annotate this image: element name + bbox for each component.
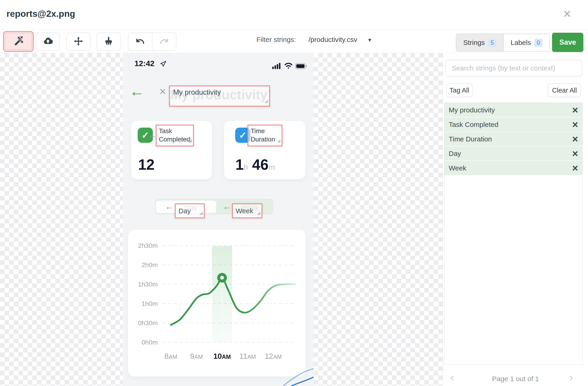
move-icon [73, 36, 84, 47]
magic-tag-tool-inner-border [5, 33, 32, 50]
productivity-line-chart: 2h30m2h0m1h30m1h0m0h30m0h0m8AM9AM10AM11A… [128, 230, 306, 377]
battery-icon [295, 63, 307, 70]
strings-labels-tabs: Strings 5 Labels 0 [456, 34, 550, 52]
pagination-text: Page 1 out of 1 [443, 375, 588, 383]
filter-strings-label: Filter strings: [256, 36, 296, 43]
resize-handle-icon[interactable] [257, 209, 261, 217]
toolbar: Filter strings: /productivity.csv ▼ Stri… [0, 30, 588, 53]
hours-value: 1 [235, 156, 244, 173]
screenshot-editor-window: reports@2x.png × [0, 0, 588, 386]
clear-all-button[interactable]: Clear All [548, 83, 581, 97]
tab-strings[interactable]: Strings 5 [456, 34, 504, 51]
tag-text: Week [236, 207, 253, 215]
remove-string-icon[interactable]: × [572, 149, 578, 159]
tab-strings-label: Strings [463, 39, 485, 47]
search-input[interactable] [445, 60, 582, 77]
undo-button[interactable] [128, 33, 152, 50]
string-tag-task-completed[interactable]: Task Completed [156, 125, 194, 146]
x-axis-tick: 9AM [190, 352, 203, 360]
string-list-item[interactable]: Day× [444, 146, 582, 160]
canvas-area: 12:42 [0, 53, 588, 386]
strings-count-badge: 5 [488, 39, 496, 47]
y-axis-tick: 0h0m [142, 339, 158, 346]
chevron-down-icon[interactable]: ▼ [367, 37, 372, 43]
brush-icon [104, 36, 114, 47]
x-axis-tick: 12AM [265, 352, 282, 360]
x-axis-tick: 8AM [164, 352, 177, 360]
y-axis-tick: 0h30m [138, 319, 158, 327]
string-text: Day [449, 150, 461, 157]
string-text: Task Completed [449, 121, 498, 129]
wifi-icon [284, 63, 293, 70]
tasks-completed-value: 12 [138, 156, 154, 173]
redo-button[interactable] [152, 33, 176, 50]
y-axis-tick: 2h0m [142, 261, 158, 269]
bottom-chart-decoration [282, 367, 314, 386]
labels-count-badge: 0 [534, 39, 543, 47]
tag-anchor-arrow-icon: ← [165, 202, 174, 211]
filter-file-dropdown[interactable]: /productivity.csv [309, 36, 357, 43]
y-axis-tick: 1h0m [142, 300, 158, 307]
brush-tool-button[interactable] [97, 33, 121, 51]
phone-screenshot: 12:42 [123, 53, 314, 386]
string-tag-my-productivity[interactable]: My productivity [169, 85, 270, 107]
string-list-item[interactable]: My productivity× [444, 103, 582, 117]
string-tag-week[interactable]: Week [232, 203, 262, 218]
tag-text: Day [178, 207, 191, 215]
minutes-unit: m [268, 163, 275, 171]
string-list-item[interactable]: Time Duration× [444, 132, 582, 146]
save-button[interactable]: Save [552, 33, 583, 52]
tag-text: My productivity [173, 88, 221, 96]
string-tag-time-duration[interactable]: Time Duration [247, 125, 282, 146]
remove-string-icon[interactable]: × [572, 105, 578, 115]
resize-handle-icon[interactable] [277, 137, 281, 145]
modal-header: reports@2x.png × [0, 0, 588, 30]
upload-button[interactable] [36, 33, 60, 51]
remove-string-icon[interactable]: × [572, 134, 578, 144]
string-list: My productivity×Task Completed×Time Dura… [444, 103, 583, 365]
remove-heading-tag-icon[interactable]: × [159, 86, 166, 97]
remove-string-icon[interactable]: × [572, 119, 578, 130]
time-duration-value: 1h 46m [235, 156, 275, 173]
back-arrow-icon[interactable]: ← [129, 83, 145, 98]
tab-labels-label: Labels [510, 39, 531, 47]
string-text: My productivity [449, 106, 495, 114]
tag-text: Time Duration [251, 127, 275, 143]
magic-tag-tool-button[interactable] [3, 31, 34, 52]
selected-point-marker [219, 274, 226, 281]
string-text: Time Duration [449, 135, 492, 143]
hours-unit: h [244, 163, 248, 171]
file-title: reports@2x.png [6, 9, 75, 19]
location-arrow-icon [160, 60, 167, 68]
tag-all-button[interactable]: Tag All [446, 83, 472, 97]
string-tag-day[interactable]: Day [175, 203, 205, 218]
cellular-signal-icon [272, 63, 282, 70]
resize-handle-icon[interactable] [264, 97, 268, 105]
x-axis-tick: 11AM [239, 352, 256, 360]
x-axis-tick: 10AM [213, 352, 231, 360]
tag-text: Task Completed [159, 127, 190, 143]
string-list-item[interactable]: Week× [444, 161, 582, 175]
undo-redo-group [128, 33, 176, 51]
cloud-upload-icon [43, 36, 53, 47]
status-bar-time: 12:42 [134, 59, 154, 68]
y-axis-tick: 2h30m [138, 242, 158, 249]
resize-handle-icon[interactable] [199, 209, 203, 217]
redo-icon [159, 36, 169, 47]
remove-string-icon[interactable]: × [572, 163, 578, 173]
time-series-line [171, 278, 296, 325]
resize-handle-icon[interactable] [188, 137, 192, 145]
string-list-item[interactable]: Task Completed× [444, 117, 582, 132]
tag-anchor-arrow-icon: ← [223, 202, 232, 211]
move-tool-button[interactable] [66, 33, 90, 51]
close-icon[interactable]: × [563, 7, 571, 21]
minutes-value: 46 [252, 156, 268, 173]
string-text: Week [449, 164, 466, 172]
undo-icon [135, 36, 145, 47]
tab-labels[interactable]: Labels 0 [504, 34, 549, 51]
strings-sidebar: Tag All Clear All My productivity×Task C… [443, 53, 588, 386]
y-axis-tick: 1h30m [138, 281, 158, 288]
productivity-chart-card: 2h30m2h0m1h30m1h0m0h30m0h0m8AM9AM10AM11A… [128, 230, 306, 377]
